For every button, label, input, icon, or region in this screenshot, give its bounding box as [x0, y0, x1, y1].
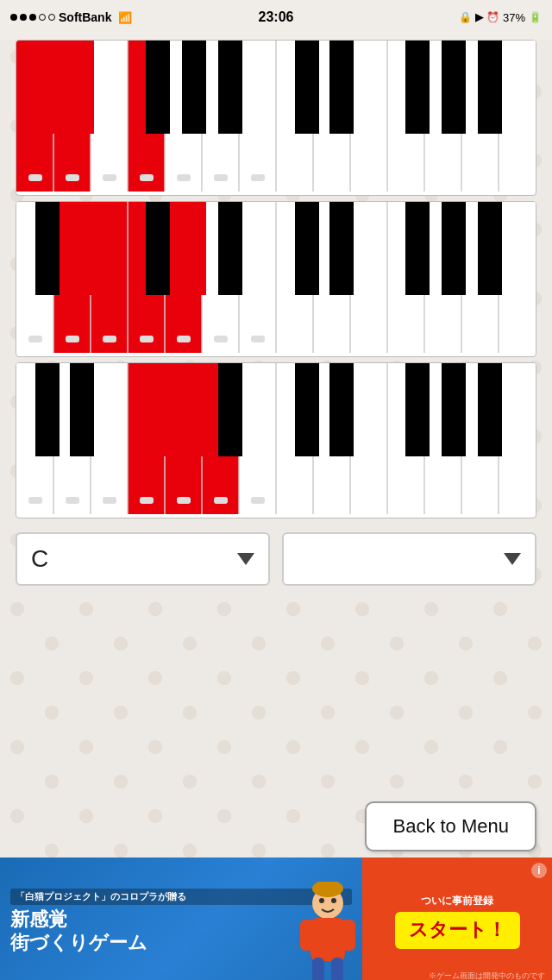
- svg-rect-131: [103, 497, 116, 504]
- svg-rect-44: [214, 174, 228, 181]
- piano-row-2[interactable]: [16, 201, 536, 357]
- svg-rect-80: [329, 202, 354, 295]
- key-dropdown-label: C: [31, 545, 48, 573]
- svg-rect-14: [499, 41, 536, 192]
- svg-rect-123: [218, 363, 242, 456]
- ad-right-section[interactable]: ついに事前登録 スタート！ i: [362, 858, 552, 980]
- svg-rect-82: [442, 202, 466, 295]
- svg-rect-33: [218, 41, 242, 134]
- svg-rect-3: [91, 41, 128, 192]
- dot-2: [20, 14, 27, 21]
- svg-rect-76: [146, 202, 170, 295]
- ad-right-top-text: ついに事前登録: [421, 894, 493, 908]
- svg-rect-78: [218, 202, 242, 295]
- svg-rect-86: [103, 336, 116, 342]
- svg-point-143: [331, 898, 336, 903]
- status-right: 🔒 ▶ ⏰ 37% 🔋: [459, 11, 542, 24]
- dot-1: [10, 14, 17, 21]
- svg-rect-90: [251, 336, 265, 342]
- piano-row-3[interactable]: [16, 362, 536, 518]
- svg-rect-133: [177, 497, 191, 504]
- dot-3: [29, 14, 36, 21]
- svg-rect-53: [239, 202, 276, 353]
- svg-rect-125: [329, 363, 354, 456]
- svg-rect-129: [28, 497, 42, 504]
- key-dropdown-arrow: [237, 553, 254, 565]
- ad-main-line2: 街づくりゲーム: [10, 932, 147, 953]
- svg-rect-126: [405, 363, 430, 456]
- svg-rect-83: [478, 202, 502, 295]
- controls-row: C: [16, 532, 536, 586]
- svg-rect-36: [405, 41, 430, 134]
- svg-rect-130: [66, 497, 79, 504]
- svg-rect-140: [312, 958, 324, 980]
- location-icon: ▶: [475, 11, 483, 23]
- status-time: 23:06: [259, 9, 294, 25]
- svg-rect-42: [140, 174, 154, 181]
- svg-rect-98: [239, 363, 276, 514]
- back-to-menu-button[interactable]: Back to Menu: [365, 801, 536, 851]
- svg-rect-89: [214, 336, 228, 342]
- carrier-name: SoftBank: [59, 10, 111, 24]
- svg-rect-141: [331, 958, 343, 980]
- svg-rect-74: [35, 202, 60, 295]
- svg-rect-85: [66, 336, 79, 342]
- scale-dropdown-arrow: [504, 553, 521, 565]
- ad-character: [293, 882, 362, 980]
- dot-5: [48, 14, 55, 21]
- piano-row-1[interactable]: [16, 40, 536, 196]
- svg-rect-135: [251, 497, 265, 504]
- svg-rect-45: [251, 174, 265, 181]
- svg-rect-41: [103, 174, 116, 181]
- svg-rect-127: [442, 363, 466, 456]
- svg-rect-139: [342, 920, 355, 951]
- svg-rect-132: [140, 497, 154, 504]
- svg-rect-122: [182, 363, 206, 456]
- key-dropdown[interactable]: C: [16, 532, 270, 586]
- svg-rect-124: [295, 363, 319, 456]
- svg-rect-43: [177, 174, 191, 181]
- svg-rect-81: [405, 202, 430, 295]
- alarm-icon: ⏰: [486, 11, 499, 23]
- status-bar: SoftBank 📶 23:06 🔒 ▶ ⏰ 37% 🔋: [0, 0, 552, 35]
- svg-rect-32: [182, 41, 206, 134]
- svg-rect-101: [350, 363, 387, 514]
- svg-rect-119: [35, 363, 60, 456]
- svg-rect-79: [295, 202, 319, 295]
- svg-rect-94: [91, 363, 128, 514]
- svg-rect-30: [70, 41, 94, 134]
- signal-dots: [10, 14, 55, 21]
- svg-rect-35: [329, 41, 354, 134]
- ad-main-line1: 新感覚: [10, 908, 67, 930]
- svg-rect-138: [300, 920, 314, 951]
- ad-banner[interactable]: 「白猫プロジェクト」のコロプラが贈る 新感覚 街づくりゲーム ついに事前登録 ス…: [0, 858, 552, 980]
- svg-rect-137: [310, 918, 345, 961]
- svg-rect-31: [146, 41, 170, 134]
- lock-icon: 🔒: [459, 11, 472, 23]
- svg-rect-75: [70, 202, 94, 295]
- svg-rect-121: [146, 363, 170, 456]
- svg-rect-49: [91, 202, 128, 353]
- svg-point-142: [319, 898, 324, 903]
- wifi-icon: 📶: [118, 11, 132, 24]
- scale-dropdown[interactable]: [282, 532, 536, 586]
- dot-4: [39, 14, 46, 21]
- back-button-wrap: Back to Menu: [365, 801, 536, 851]
- svg-rect-37: [442, 41, 466, 134]
- svg-rect-87: [140, 336, 154, 342]
- svg-rect-134: [214, 497, 228, 504]
- svg-rect-40: [66, 174, 79, 181]
- svg-rect-105: [499, 363, 536, 514]
- svg-rect-128: [478, 363, 502, 456]
- svg-rect-38: [478, 41, 502, 134]
- info-icon[interactable]: i: [531, 863, 547, 878]
- svg-rect-56: [350, 202, 387, 353]
- svg-rect-7: [239, 41, 276, 192]
- ad-disclaimer: ※ゲーム画面は開発中のものです: [429, 971, 545, 980]
- ad-cta-button[interactable]: スタート！: [395, 912, 520, 948]
- svg-rect-77: [182, 202, 206, 295]
- app-background: C Back to Menu 「白猫プロジェクト」のコロプラが贈る 新感覚 街づ…: [0, 40, 552, 980]
- svg-rect-39: [28, 174, 42, 181]
- svg-rect-84: [28, 336, 42, 342]
- svg-rect-60: [499, 202, 536, 353]
